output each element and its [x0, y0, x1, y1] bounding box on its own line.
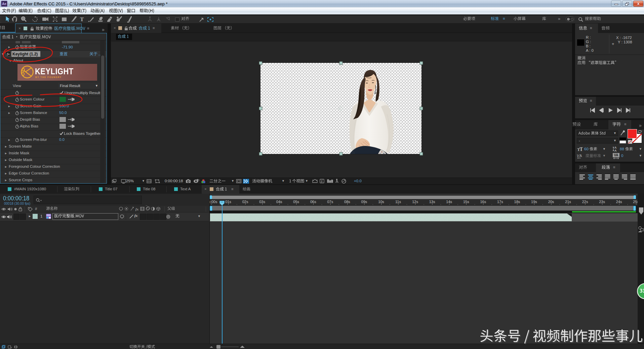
svg-text:):00s: ):00s: [210, 200, 217, 204]
svg-text:11s: 11s: [395, 200, 401, 204]
svg-text:21s: 21s: [565, 200, 571, 204]
svg-text:A: A: [614, 149, 617, 152]
svg-text:14s: 14s: [446, 200, 452, 204]
svg-text:24s: 24s: [616, 200, 622, 204]
svg-text:08s: 08s: [344, 200, 350, 204]
svg-text:05s: 05s: [293, 200, 299, 204]
svg-text:25s: 25s: [633, 200, 638, 204]
svg-text:fx: fx: [135, 207, 139, 211]
svg-text:04s: 04s: [276, 200, 282, 204]
svg-text:T: T: [80, 16, 84, 23]
svg-text:09s: 09s: [361, 200, 367, 204]
svg-text:15s: 15s: [463, 200, 469, 204]
svg-text:03s: 03s: [259, 200, 265, 204]
svg-text:10s: 10s: [378, 200, 384, 204]
svg-text:20s: 20s: [548, 200, 554, 204]
svg-text:22s: 22s: [582, 200, 588, 204]
svg-text:17s: 17s: [497, 200, 503, 204]
svg-text:06s: 06s: [310, 200, 316, 204]
svg-text:23s: 23s: [599, 200, 605, 204]
svg-text:o: o: [199, 179, 200, 181]
svg-text:16s: 16s: [480, 200, 486, 204]
svg-text:T: T: [579, 147, 583, 151]
svg-text:12s: 12s: [412, 200, 418, 204]
svg-text:18s: 18s: [514, 200, 520, 204]
svg-text:01s: 01s: [225, 200, 231, 204]
svg-text:13s: 13s: [429, 200, 435, 204]
svg-text:02s: 02s: [242, 200, 248, 204]
svg-text:A: A: [579, 154, 582, 158]
svg-text:19s: 19s: [531, 200, 537, 204]
svg-text:07s: 07s: [327, 200, 333, 204]
